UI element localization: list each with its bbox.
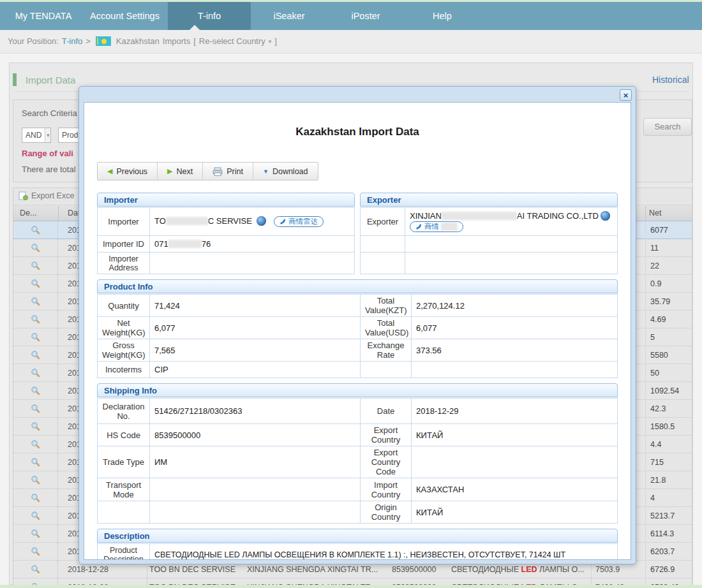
breadcrumb-link-t-info[interactable]: T-info [62,36,83,46]
globe-icon[interactable] [257,216,266,226]
next-button[interactable]: ▶ Next [158,163,203,180]
magnifier-icon[interactable] [31,314,40,324]
magnifier-icon[interactable] [31,243,40,253]
detail-cell[interactable] [13,364,58,382]
magnifier-icon[interactable] [31,368,40,378]
breadcrumb-separator: > [86,36,91,46]
boolean-operator-select[interactable]: AND ▾ [22,128,51,143]
nav-item-my-tendata[interactable]: My TENDATA [5,2,82,30]
detail-cell[interactable] [13,489,58,507]
field-label [98,501,150,524]
exporter-section-header: Exporter [360,193,618,207]
globe-icon[interactable] [601,211,610,221]
field-label: Net Weight(KG) [98,317,150,339]
detail-cell[interactable] [13,525,58,543]
detail-cell[interactable] [13,400,58,418]
magnifier-icon[interactable] [31,404,40,413]
active-tab-notch [190,25,200,30]
magnifier-icon[interactable] [31,332,40,342]
detail-cell[interactable] [13,436,58,453]
description-header: Description [97,529,618,543]
nav-item-t-info[interactable]: T-info [168,2,251,30]
nav-item-account-settings[interactable]: Account Settings [82,2,168,30]
breadcrumb-section: Imports [163,36,190,46]
nav-item-iposter[interactable]: iPoster [327,2,404,30]
detail-cell[interactable] [13,275,58,293]
magnifier-icon[interactable] [31,225,40,235]
import-detail-modal: × Kazakhstan Import Data ◀ Previous ▶ Ne… [78,86,636,564]
magnifier-icon[interactable] [31,529,40,538]
detail-cell[interactable] [13,293,58,311]
field-label: Declaration No. [98,399,150,424]
net-weight-cell: 6203.7 [645,543,692,561]
detail-cell[interactable] [13,328,58,346]
field-label: Import Country [361,478,412,501]
business-radar-badge[interactable]: 商情 [410,221,463,232]
download-arrow-icon: ▼ [263,168,269,175]
reselect-open-bracket: [ [193,36,196,46]
magnifier-icon[interactable] [31,386,40,395]
previous-button[interactable]: ◀ Previous [98,163,158,180]
magnifier-icon[interactable] [31,547,40,556]
magnifier-icon[interactable] [31,493,40,503]
detail-cell[interactable] [13,561,58,578]
download-button[interactable]: ▼ Download [253,163,318,180]
historical-link[interactable]: Historical [652,75,689,85]
arrow-right-icon: ▶ [167,167,172,175]
detail-cell[interactable] [13,221,58,239]
printer-icon [213,167,223,176]
importer-value: TOC SERVISE 商情雷达 [150,208,355,236]
magnifier-icon[interactable] [31,279,40,288]
importer-id-label: Importer ID [98,236,150,253]
detail-cell[interactable] [13,311,58,328]
detail-cell[interactable] [13,257,58,275]
export-excel-label: Export Exce [31,191,74,200]
chevron-down-icon[interactable]: ▾ [45,128,50,142]
magnifier-icon[interactable] [31,457,40,467]
close-button[interactable]: × [620,89,632,101]
field-value: 8539500000 [150,424,361,446]
net-weight-cell: 4.4 [645,436,692,453]
search-button[interactable]: Search [643,118,692,136]
field-value: 6,077 [150,317,361,339]
detail-cell[interactable] [13,239,58,257]
magnifier-icon[interactable] [31,297,40,306]
range-notice: Range of vali [22,149,73,158]
magnifier-icon[interactable] [31,261,40,270]
field-label: Origin Country [361,501,412,524]
detail-cell[interactable] [13,471,58,489]
column-header-detail[interactable]: De... [20,205,36,221]
detail-cell[interactable] [13,543,58,561]
export-excel-button[interactable]: Export Exce [19,191,74,200]
net-weight-cell: 4 [645,489,692,507]
modal-titlebar[interactable]: × [79,87,636,102]
print-button[interactable]: Print [203,163,253,180]
detail-cell[interactable] [13,453,58,471]
field-value: ИМ [150,446,361,478]
detail-cell[interactable] [13,346,58,364]
magnifier-icon[interactable] [31,475,40,485]
chevron-down-icon[interactable]: ▾ [269,38,272,45]
field-value: 373.56 [412,339,618,362]
field-label: Transport Mode [98,478,150,501]
business-radar-badge[interactable]: 商情雷达 [274,216,324,227]
magnifier-icon[interactable] [31,422,40,431]
net-weight-cell: 1092.54 [645,382,692,400]
breadcrumb-country: Kazakhstan [116,36,160,46]
detail-cell[interactable] [13,382,58,400]
magnifier-icon[interactable] [31,350,40,360]
magnifier-icon[interactable] [31,564,40,574]
column-header-net-weight[interactable]: Net Weigh... [649,205,692,221]
field-value: КИТАЙ [412,501,618,524]
nav-item-iseaker[interactable]: iSeaker [251,2,327,30]
detail-cell[interactable] [13,418,58,436]
importer-id-value: 07176 [150,236,355,253]
reselect-country-link[interactable]: Re-select Country [199,36,265,46]
nav-item-help[interactable]: Help [404,2,481,30]
page-bottom-strip [0,585,702,588]
radar-icon [415,223,422,230]
magnifier-icon[interactable] [31,511,40,520]
magnifier-icon[interactable] [31,439,40,449]
redacted-text [442,212,517,220]
detail-cell[interactable] [13,507,58,525]
